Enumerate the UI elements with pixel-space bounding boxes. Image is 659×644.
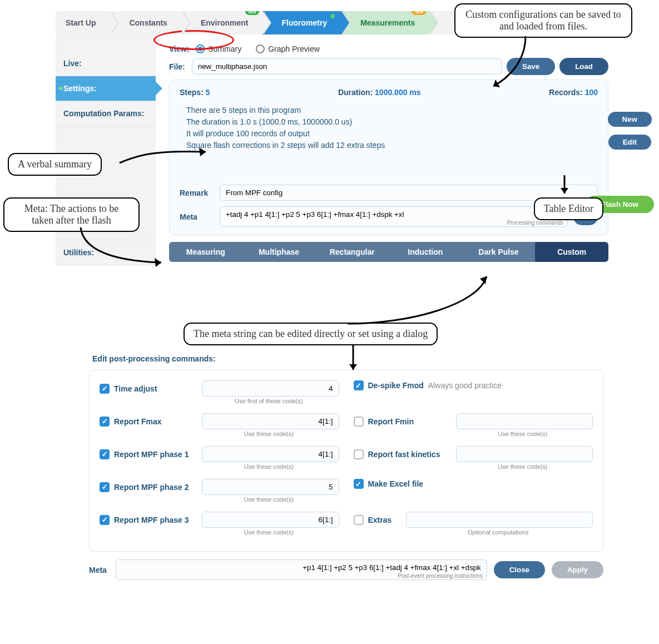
steps-label: Steps: 5	[180, 88, 210, 97]
chk-p1[interactable]	[100, 449, 110, 459]
new-button[interactable]: New	[608, 112, 652, 127]
env-badge: 0/0	[245, 11, 260, 15]
meta-hint: Processing commands	[507, 220, 563, 226]
postprocessing-dialog: Time adjust Use first of these code(s) D…	[89, 370, 603, 552]
chk-extras[interactable]	[354, 515, 364, 525]
chk-despike[interactable]	[354, 380, 364, 390]
hint-fmax: Use these code(s)	[199, 430, 339, 437]
remark-label: Remark	[180, 189, 212, 197]
edit-button[interactable]: Edit	[608, 135, 651, 150]
annotation-save-load: Custom configurations can be saved to an…	[454, 3, 632, 38]
radio-dot-icon	[256, 44, 265, 53]
file-label: File:	[169, 62, 185, 71]
lbl-p1: Report MPF phase 1	[114, 450, 197, 459]
crumb-startup[interactable]: Start Up	[56, 11, 110, 34]
records-label: Records: 100	[549, 88, 598, 97]
hint-p3: Use these code(s)	[199, 529, 339, 536]
tab-measuring[interactable]: Measuring	[169, 242, 242, 262]
in-p1[interactable]	[202, 446, 339, 462]
tab-multiphase[interactable]: Multiphase	[242, 242, 316, 262]
hint-time-adjust: Use first of these code(s)	[199, 398, 339, 404]
tab-custom[interactable]: Custom	[535, 242, 608, 262]
hint-p2: Use these code(s)	[199, 496, 339, 503]
tab-rectangular[interactable]: Rectangular	[315, 242, 389, 262]
arrow-icon	[487, 33, 531, 95]
dlg-meta-hint: Post-event processing instructions	[398, 573, 482, 579]
hint-fmin: Use these code(s)	[453, 430, 593, 437]
in-extras[interactable]	[406, 512, 593, 528]
sidebar-item-computation-params[interactable]: Computation Params:	[56, 101, 156, 126]
lbl-excel: Make Excel file	[368, 479, 424, 488]
load-button[interactable]: Load	[559, 58, 608, 75]
meta-label: Meta	[180, 212, 212, 221]
apply-button[interactable]: Apply	[552, 561, 603, 578]
lbl-p3: Report MPF phase 3	[114, 516, 197, 524]
dlg-meta-label: Meta	[89, 566, 107, 574]
lbl-extras: Extras	[368, 516, 402, 524]
arrow-icon	[78, 225, 172, 269]
crumb-fluorometry[interactable]: Fluorometry	[262, 11, 341, 34]
meas-badge: 3/4	[412, 11, 426, 15]
annotation-table-editor: Table Editor	[534, 197, 603, 220]
file-input[interactable]	[192, 58, 502, 75]
duration-label: Duration: 1000.000 ms	[338, 88, 421, 97]
sidebar-item-live[interactable]: Live:	[56, 51, 156, 76]
in-p3[interactable]	[202, 512, 339, 528]
in-p2[interactable]	[202, 479, 339, 495]
chk-time-adjust[interactable]	[100, 384, 110, 394]
hint-fast: Use these code(s)	[453, 463, 593, 470]
status-dot-icon	[330, 14, 335, 18]
lbl-time-adjust: Time adjust	[114, 384, 197, 393]
chk-fmax[interactable]	[100, 417, 110, 427]
crumb-measurements[interactable]: Measurements3/4	[341, 11, 429, 34]
chk-excel[interactable]	[354, 479, 364, 489]
lbl-despike: De-spike Fmod	[368, 381, 424, 390]
tab-induction[interactable]: Induction	[389, 242, 462, 262]
chk-fast[interactable]	[354, 449, 364, 459]
lbl-fmin: Report Fmin	[368, 417, 452, 426]
radio-graph-preview[interactable]: Graph Preview	[256, 44, 320, 53]
arrow-icon	[339, 342, 367, 378]
annotation-verbal-summary: A verbal summary	[8, 153, 102, 176]
chk-fmin[interactable]	[354, 417, 364, 427]
arrow-icon	[117, 143, 217, 174]
chk-p3[interactable]	[100, 515, 110, 525]
arrow-icon	[345, 271, 501, 326]
annotation-circle	[153, 30, 234, 50]
flash-type-tabs: Measuring Multiphase Rectangular Inducti…	[169, 242, 608, 262]
sidebar-item-settings[interactable]: Settings:	[56, 76, 156, 101]
lbl-p2: Report MPF phase 2	[114, 483, 197, 492]
lbl-fast: Report fast kinetics	[368, 450, 452, 459]
note-despike: Always good practice	[428, 381, 502, 390]
tab-dark-pulse[interactable]: Dark Pulse	[462, 242, 536, 262]
hint-p1: Use these code(s)	[199, 463, 339, 470]
arrow-icon	[551, 172, 578, 200]
in-fmin[interactable]	[456, 413, 593, 429]
summary-text: There are 5 steps in this program The du…	[186, 105, 598, 151]
chk-p2[interactable]	[100, 482, 110, 492]
lbl-fmax: Report Fmax	[114, 417, 197, 426]
in-fast[interactable]	[456, 446, 593, 462]
close-button[interactable]: Close	[494, 561, 545, 578]
in-fmax[interactable]	[202, 413, 339, 429]
in-time-adjust[interactable]	[202, 380, 339, 397]
hint-extras: Optional computations	[404, 529, 593, 536]
crumb-constants[interactable]: Constants	[110, 11, 181, 34]
